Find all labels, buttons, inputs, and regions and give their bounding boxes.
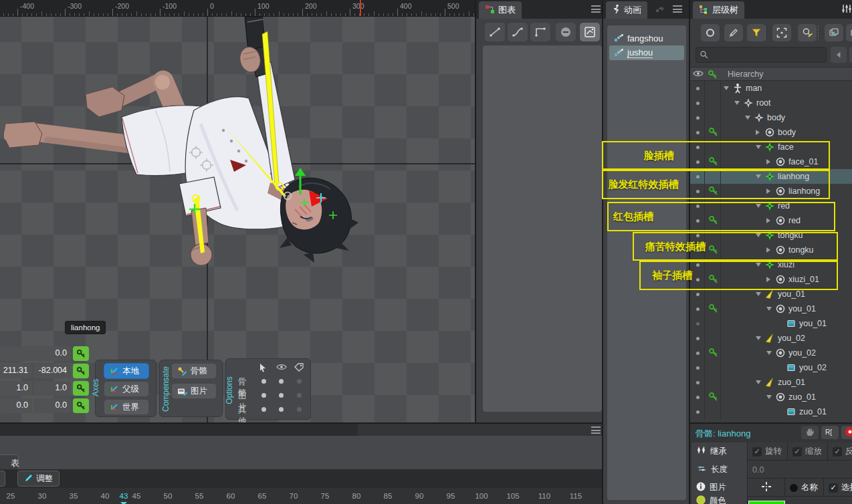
expand-all-button[interactable] xyxy=(846,24,852,41)
frame-number[interactable]: 55 xyxy=(195,492,204,500)
frame-number[interactable]: 45 xyxy=(132,492,141,500)
axes-mode-local[interactable]: 本地 xyxy=(104,363,149,379)
options-radio[interactable] xyxy=(261,407,266,412)
animation-item-fangshou[interactable]: fangshou xyxy=(609,31,684,45)
transform-value-x[interactable]: 211.31 xyxy=(0,364,32,378)
visibility-dot[interactable] xyxy=(696,381,700,384)
current-frame-number[interactable]: 43 xyxy=(120,492,128,500)
visibility-dot[interactable] xyxy=(696,352,700,355)
tab-graph[interactable]: 图表 xyxy=(479,1,522,19)
axes-mode-world[interactable]: 世界 xyxy=(104,399,149,415)
frame-number[interactable]: 30 xyxy=(38,492,47,500)
tree-row-zuo_01[interactable]: zuo_01 xyxy=(690,375,852,390)
settings-sliders-icon[interactable] xyxy=(841,4,852,15)
tree-search-input[interactable] xyxy=(696,47,827,63)
axes-mode-parent[interactable]: 父级 xyxy=(104,381,149,397)
visibility-dot[interactable] xyxy=(696,102,700,105)
expand-arrow-icon[interactable] xyxy=(724,86,729,90)
length-value-field[interactable]: 0.0 xyxy=(748,461,852,479)
set-key-button[interactable] xyxy=(73,346,89,361)
frame-number[interactable]: 25 xyxy=(7,492,15,500)
frame-number[interactable]: 35 xyxy=(70,492,78,500)
tree-row-body[interactable]: body xyxy=(690,110,852,125)
expand-arrow-icon[interactable] xyxy=(756,380,761,384)
graph-menu-icon[interactable] xyxy=(591,5,601,13)
viewport-canvas[interactable]: lianhong 0.0211.31-82.0041.01.00.00.0 Ax… xyxy=(0,17,475,422)
rename-button[interactable]: R[ xyxy=(821,426,839,439)
tab-animations[interactable]: 动画 xyxy=(606,1,647,19)
tree-row-you_01[interactable]: you_01 xyxy=(690,316,852,331)
set-key-button[interactable] xyxy=(73,364,89,378)
pan-tool-button[interactable] xyxy=(801,426,819,439)
transform-value-field[interactable]: 0.0 xyxy=(0,346,71,361)
image-select-checkbox[interactable]: ✓选择 xyxy=(824,479,852,497)
frame-number[interactable]: 75 xyxy=(321,492,330,500)
expand-arrow-icon[interactable] xyxy=(766,395,772,399)
frame-number[interactable]: 90 xyxy=(415,492,424,500)
find-replace-button[interactable] xyxy=(798,24,817,41)
inherit-scale-checkbox[interactable]: ✓缩放 xyxy=(788,443,828,461)
collapse-all-button[interactable] xyxy=(825,24,843,41)
delete-key-button[interactable] xyxy=(556,23,576,41)
frame-number[interactable]: 50 xyxy=(164,492,173,500)
new-animation-icon[interactable] xyxy=(654,5,665,16)
nav-forward-button[interactable] xyxy=(849,47,852,63)
expand-arrow-icon[interactable] xyxy=(756,336,761,340)
nav-back-button[interactable] xyxy=(831,47,847,63)
options-radio[interactable] xyxy=(261,379,266,384)
tab-hierarchy[interactable]: 层级树 xyxy=(693,1,744,19)
frame-selection-button[interactable] xyxy=(772,24,791,41)
keyed-icon[interactable] xyxy=(708,392,719,402)
visibility-dot[interactable] xyxy=(696,410,700,414)
frame-number[interactable]: 115 xyxy=(570,492,582,500)
options-radio[interactable] xyxy=(279,379,284,384)
record-button[interactable] xyxy=(841,426,852,439)
keyed-icon[interactable] xyxy=(708,303,719,314)
transform-value-x[interactable]: 0.0 xyxy=(0,398,32,413)
curve-linear-button[interactable] xyxy=(485,23,505,41)
keyed-icon[interactable] xyxy=(708,127,719,138)
frame-number[interactable]: 95 xyxy=(447,492,455,500)
tree-row-man[interactable]: man xyxy=(690,81,852,96)
transform-value-y[interactable]: -82.004 xyxy=(33,364,71,378)
inherit-rotation-checkbox[interactable]: ✓旋转 xyxy=(748,443,788,461)
tree-row-zuo_01[interactable]: zuo_01 xyxy=(690,390,852,404)
keyed-icon[interactable] xyxy=(708,348,719,358)
tree-row-root[interactable]: root xyxy=(690,96,852,110)
visibility-dot[interactable] xyxy=(696,396,700,399)
frame-number[interactable]: 105 xyxy=(506,492,519,500)
animation-item-jushou[interactable]: jushou xyxy=(609,45,684,60)
frame-number[interactable]: 110 xyxy=(538,492,550,500)
tree-row-zuo_01[interactable]: zuo_01 xyxy=(690,404,852,419)
adjust-button[interactable]: 调整 xyxy=(17,471,60,487)
frame-number[interactable]: 80 xyxy=(352,492,361,500)
options-radio[interactable] xyxy=(279,393,284,398)
frame-number[interactable]: 60 xyxy=(227,492,235,500)
graph-curve-area[interactable] xyxy=(483,45,602,412)
tree-row-you_02[interactable]: you_02 xyxy=(690,346,852,360)
expand-arrow-icon[interactable] xyxy=(756,292,761,296)
curve-bezier-button[interactable] xyxy=(508,23,528,41)
tree-row-you_02[interactable]: you_02 xyxy=(690,360,852,375)
inherit-reflection-checkbox[interactable]: ✓反射 xyxy=(828,443,852,461)
anim-menu-icon[interactable] xyxy=(673,5,682,13)
frame-ruler[interactable]: 2530354043455055606570758085909510010511… xyxy=(0,488,602,504)
bone-color-swatch[interactable] xyxy=(748,501,785,504)
edit-mode-button[interactable] xyxy=(724,24,743,41)
visibility-dot[interactable] xyxy=(696,307,700,311)
expand-arrow-icon[interactable] xyxy=(756,130,760,135)
frame-number[interactable]: 40 xyxy=(101,492,110,500)
set-key-button[interactable] xyxy=(73,381,89,396)
options-radio[interactable] xyxy=(297,379,302,384)
visibility-dot[interactable] xyxy=(696,87,700,90)
visibility-dot[interactable] xyxy=(696,293,700,296)
expand-arrow-icon[interactable] xyxy=(734,101,740,105)
transform-value-y[interactable]: 0.0 xyxy=(33,398,71,413)
transform-value-x[interactable]: 1.0 xyxy=(0,381,32,396)
frame-number[interactable]: 100 xyxy=(475,492,488,500)
image-crosshair-toggle[interactable] xyxy=(748,479,785,497)
filter-button[interactable] xyxy=(747,24,766,41)
frame-number[interactable]: 85 xyxy=(384,492,393,500)
curve-stepped-button[interactable] xyxy=(530,23,550,41)
options-radio[interactable] xyxy=(279,407,284,412)
